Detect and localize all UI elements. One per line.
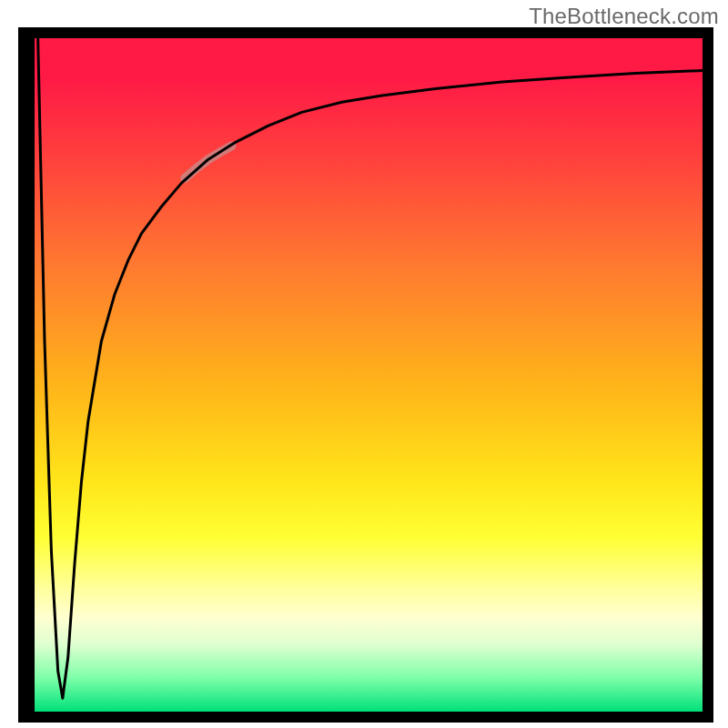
watermark-text: TheBottleneck.com: [529, 4, 719, 29]
chart-stage: TheBottleneck.com: [0, 0, 728, 728]
chart-frame: [18, 27, 713, 723]
bottleneck-curve-line: [38, 38, 703, 698]
plot-area: [35, 38, 703, 712]
curve-svg: [35, 38, 703, 712]
